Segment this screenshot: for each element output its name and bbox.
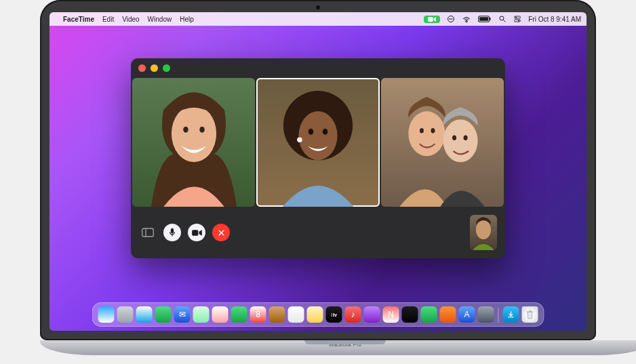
menubar-clock[interactable]: Fri Oct 8 9:41 AM bbox=[528, 16, 581, 23]
dock-app-mail[interactable]: ✉ bbox=[174, 306, 191, 323]
dock-app-calendar[interactable]: 8 bbox=[250, 306, 266, 323]
svg-rect-0 bbox=[428, 17, 433, 22]
svg-point-20 bbox=[409, 111, 445, 156]
wifi-icon[interactable] bbox=[462, 16, 471, 23]
dock-app-keynote[interactable] bbox=[440, 306, 456, 323]
do-not-disturb-icon[interactable] bbox=[447, 15, 455, 23]
dock-app-maps[interactable] bbox=[193, 306, 210, 323]
window-close-button[interactable] bbox=[138, 64, 146, 72]
dock-app-podcasts[interactable] bbox=[364, 306, 380, 323]
webcam-dot bbox=[316, 5, 320, 9]
participant-grid bbox=[131, 78, 505, 207]
dock-app-settings[interactable] bbox=[478, 306, 494, 323]
screen-bezel: FaceTime Edit Video Window Help bbox=[40, 0, 596, 340]
participant-tile[interactable] bbox=[132, 78, 255, 207]
svg-rect-10 bbox=[515, 20, 521, 22]
dock-app-app-store[interactable]: A bbox=[459, 306, 475, 323]
dock-app-finder[interactable] bbox=[98, 306, 115, 323]
svg-rect-28 bbox=[171, 228, 174, 234]
svg-point-11 bbox=[518, 20, 519, 22]
dock-trash[interactable] bbox=[522, 306, 538, 323]
menubar: FaceTime Edit Video Window Help bbox=[49, 12, 587, 26]
menu-window[interactable]: Window bbox=[148, 16, 172, 23]
svg-point-22 bbox=[420, 127, 424, 133]
dock-app-music[interactable]: ♪ bbox=[345, 306, 361, 323]
dock-app-stocks[interactable] bbox=[402, 306, 418, 323]
svg-rect-8 bbox=[515, 16, 521, 18]
sidebar-toggle-button[interactable] bbox=[139, 225, 157, 240]
svg-point-17 bbox=[309, 128, 314, 134]
menu-edit[interactable]: Edit bbox=[102, 16, 114, 23]
svg-rect-29 bbox=[192, 230, 198, 236]
svg-point-21 bbox=[443, 119, 478, 162]
svg-point-23 bbox=[431, 127, 435, 133]
trackpad-notch bbox=[304, 340, 386, 344]
dock-app-safari[interactable] bbox=[136, 306, 153, 323]
control-center-icon[interactable] bbox=[513, 15, 521, 23]
svg-rect-4 bbox=[479, 17, 488, 21]
dock-app-messages[interactable] bbox=[155, 306, 172, 323]
call-controls-row bbox=[139, 215, 497, 250]
svg-point-24 bbox=[452, 135, 456, 140]
dock-app-photos[interactable] bbox=[212, 306, 228, 323]
person-illustration bbox=[256, 85, 379, 207]
svg-point-32 bbox=[476, 220, 491, 239]
dock-app-launchpad[interactable] bbox=[117, 306, 134, 323]
dock-downloads[interactable] bbox=[503, 306, 519, 323]
dock: ✉8tv♪NA bbox=[92, 302, 544, 327]
camera-active-indicator[interactable] bbox=[424, 16, 440, 23]
video-toggle-button[interactable] bbox=[188, 224, 205, 241]
person-illustration bbox=[132, 85, 255, 207]
svg-point-25 bbox=[464, 135, 468, 140]
person-illustration bbox=[470, 215, 497, 250]
spotlight-icon[interactable] bbox=[498, 15, 506, 23]
desktop-screen: FaceTime Edit Video Window Help bbox=[49, 12, 587, 331]
svg-point-13 bbox=[183, 126, 188, 132]
mute-button[interactable] bbox=[163, 224, 181, 241]
svg-point-14 bbox=[199, 126, 205, 132]
facetime-window bbox=[131, 58, 505, 258]
dock-app-facetime[interactable] bbox=[231, 306, 247, 323]
participant-tile[interactable] bbox=[256, 78, 379, 207]
dock-app-tv[interactable]: tv bbox=[326, 306, 342, 323]
dock-app-notes[interactable] bbox=[307, 306, 323, 323]
svg-point-16 bbox=[298, 111, 337, 160]
svg-line-7 bbox=[504, 20, 506, 22]
dock-separator bbox=[498, 308, 499, 323]
menu-help[interactable]: Help bbox=[180, 16, 194, 23]
svg-rect-5 bbox=[490, 18, 490, 20]
dock-app-news[interactable]: N bbox=[383, 306, 399, 323]
laptop-frame: FaceTime Edit Video Window Help bbox=[40, 0, 596, 355]
dock-app-reminders[interactable] bbox=[288, 306, 304, 323]
svg-point-9 bbox=[515, 17, 517, 18]
svg-point-12 bbox=[172, 105, 216, 162]
menu-video[interactable]: Video bbox=[122, 16, 139, 23]
window-controls bbox=[131, 58, 505, 78]
svg-point-19 bbox=[297, 137, 302, 142]
window-minimize-button[interactable] bbox=[151, 64, 158, 72]
laptop-base: MacBook Pro bbox=[40, 340, 636, 355]
window-zoom-button[interactable] bbox=[163, 64, 170, 72]
svg-point-18 bbox=[323, 128, 328, 134]
participant-tile[interactable] bbox=[381, 78, 504, 207]
dock-app-contacts[interactable] bbox=[269, 306, 285, 323]
person-illustration bbox=[381, 85, 504, 207]
svg-point-6 bbox=[500, 16, 504, 20]
self-view-tile[interactable] bbox=[470, 215, 497, 250]
end-call-button[interactable] bbox=[212, 224, 230, 241]
battery-icon[interactable] bbox=[478, 16, 492, 22]
menubar-app-name[interactable]: FaceTime bbox=[63, 16, 94, 23]
dock-app-numbers[interactable] bbox=[421, 306, 437, 323]
svg-rect-26 bbox=[142, 228, 154, 237]
